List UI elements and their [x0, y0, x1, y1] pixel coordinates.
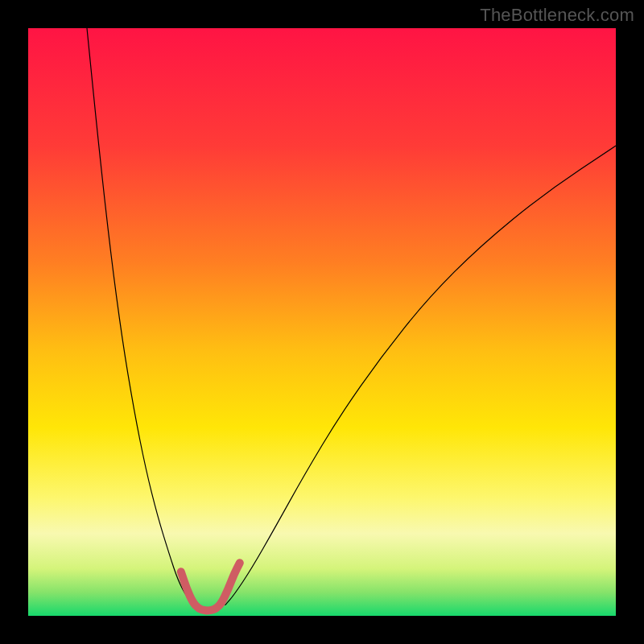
bottleneck-chart [0, 0, 644, 644]
plot-background [28, 28, 616, 616]
watermark-text: TheBottleneck.com [480, 5, 634, 26]
chart-container: TheBottleneck.com [0, 0, 644, 644]
